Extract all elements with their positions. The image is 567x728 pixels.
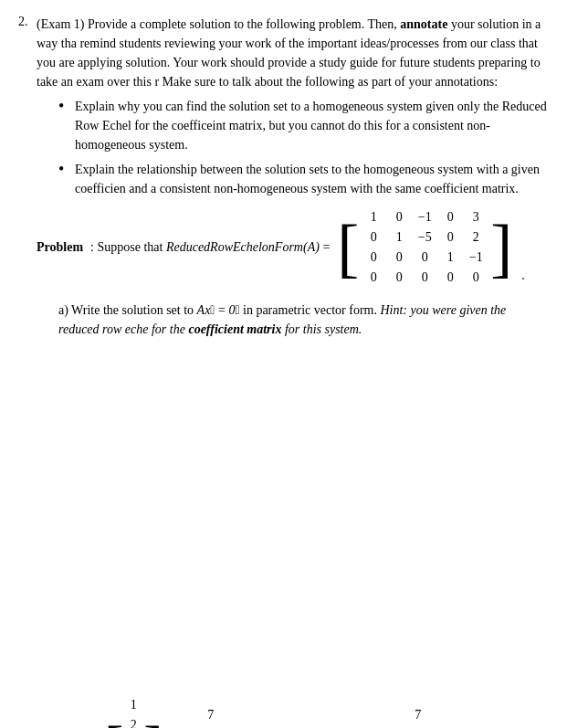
cell-2-2: 0 <box>412 248 437 268</box>
annotate-word: annotate <box>400 17 447 31</box>
matrix-bracket-left: [ <box>337 215 359 280</box>
part-a: a) Write the solution set to Ax⃗ = 0⃗ in… <box>58 301 549 339</box>
bullet-dot-2: • <box>58 161 69 177</box>
part-a-label: a) Write the solution set to Ax⃗ = 0⃗ in… <box>58 303 380 317</box>
A-vec-0: 1 <box>131 695 137 715</box>
problem-bold-label: Problem <box>37 237 83 258</box>
bullet-item-1: • Explain why you can find the solution … <box>58 97 549 154</box>
bullet-item-2: • Explain the relationship between the s… <box>58 160 549 198</box>
cell-3-0: 0 <box>361 268 386 288</box>
intro-text: (Exam 1) Provide a complete solution to … <box>37 17 397 31</box>
period: . <box>521 266 525 286</box>
problem-number-label: 2. <box>18 15 33 29</box>
b-vec-grid: 7 0 −2 1 <box>201 705 221 728</box>
A-col-vector: [ 1 2 3 1 3 ] <box>104 695 163 728</box>
cell-1-2: −5 <box>412 227 437 248</box>
page-content: 2. (Exam 1) Provide a complete solution … <box>18 15 549 728</box>
matrix-bracket-right: ] <box>490 215 512 280</box>
cell-2-3: 1 <box>437 248 463 268</box>
cell-2-0: 0 <box>361 248 386 268</box>
b-col-vector: [ 7 0 −2 1 ] <box>184 705 236 728</box>
sol-col-vector: [ 7 0 −2 1 ] <box>392 705 444 728</box>
b-vec-bracket-left: [ <box>184 723 200 728</box>
cell-3-3: 0 <box>437 268 463 288</box>
A-vec-bracket-right: ] <box>143 717 163 728</box>
bullet-text-1: Explain why you can find the solution se… <box>75 97 549 154</box>
problem-number-row: 2. (Exam 1) Provide a complete solution … <box>18 15 549 348</box>
problem-intro-text: (Exam 1) Provide a complete solution to … <box>37 15 549 348</box>
problem-statement: Problem : Suppose that ReducedRowEchelon… <box>37 207 549 288</box>
bullet-text-2: Explain the relationship between the sol… <box>75 160 549 198</box>
cell-3-1: 0 <box>386 268 412 288</box>
bullet-list: • Explain why you can find the solution … <box>58 97 549 198</box>
sol-vec-bracket-left: [ <box>392 723 407 728</box>
cell-0-4: 3 <box>463 207 488 227</box>
bullet-dot-1: • <box>58 98 69 114</box>
rref-matrix: [ 1 0 −1 0 3 0 1 −5 0 2 0 0 0 <box>337 207 512 288</box>
cell-3-4: 0 <box>463 268 488 288</box>
cell-1-3: 0 <box>437 227 463 248</box>
sol-vec-bracket-right: ] <box>428 723 444 728</box>
cell-0-3: 0 <box>437 207 463 227</box>
A-vec-bracket-left: [ <box>104 717 123 728</box>
sol-vec-0: 7 <box>415 705 421 725</box>
A-vec-1: 2 <box>131 715 137 728</box>
part-b: b) Given that A [ 1 2 3 1 3 ] = [ 7 0 −2… <box>18 695 549 728</box>
cell-3-2: 0 <box>412 268 437 288</box>
suppose-text: : Suppose that ReducedRowEchelonForm(A) … <box>90 237 330 258</box>
matrix-grid: 1 0 −1 0 3 0 1 −5 0 2 0 0 0 1 <box>361 207 488 288</box>
A-vec-grid: 1 2 3 1 3 <box>123 695 143 728</box>
cell-1-1: 1 <box>386 227 412 248</box>
b-vec-bracket-right: ] <box>221 723 236 728</box>
b-vec-0: 7 <box>207 705 214 725</box>
cell-2-4: −1 <box>463 248 488 268</box>
cell-2-1: 0 <box>386 248 412 268</box>
sol-vec-grid: 7 0 −2 1 <box>408 705 428 728</box>
cell-0-0: 1 <box>361 207 386 227</box>
cell-0-2: −1 <box>412 207 437 227</box>
cell-0-1: 0 <box>386 207 412 227</box>
cell-1-4: 2 <box>463 227 488 248</box>
cell-1-0: 0 <box>361 227 386 248</box>
